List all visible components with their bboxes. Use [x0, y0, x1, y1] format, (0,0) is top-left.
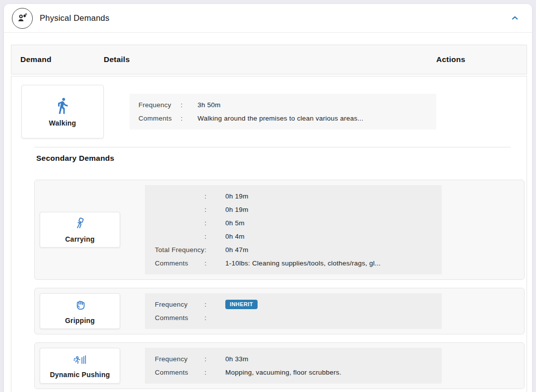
secondary-demands-heading: Secondary Demands — [36, 154, 514, 163]
column-header-details: Details — [95, 55, 427, 64]
demand-tile-label: Dynamic Pushing — [50, 371, 110, 379]
details-box-gripping: Frequency : INHERIT Comments : — [145, 293, 442, 329]
detail-value: 0h 5m — [225, 219, 442, 227]
demand-tile-label: Walking — [49, 119, 76, 127]
carrying-icon — [73, 217, 87, 231]
colon: : — [204, 314, 225, 322]
detail-row: Total Frequency : 0h 47m — [155, 243, 442, 257]
accordion-header[interactable]: Physical Demands — [4, 4, 532, 33]
section-title: Physical Demands — [40, 13, 109, 23]
colon: : — [204, 301, 225, 308]
detail-label: Comments — [155, 369, 204, 376]
demand-tile-walking[interactable]: Walking — [21, 85, 104, 138]
detail-value: Mopping, vacuuming, floor scrubbers. — [225, 369, 442, 376]
details-box-dynamic-pushing: Frequency : 0h 33m Comments : Mopping, v… — [145, 348, 442, 384]
detail-value: Walking around the premises to clean var… — [198, 115, 436, 122]
secondary-demands-list: Carrying : 0h 19m : 0h 19m — [34, 180, 525, 392]
detail-row: Comments : Walking around the premises t… — [138, 112, 436, 125]
person-settings-icon — [12, 8, 33, 29]
details-box-carrying: : 0h 19m : 0h 19m : 0h 5m — [145, 185, 442, 274]
detail-value: 0h 33m — [225, 355, 442, 363]
detail-value: INHERIT — [225, 300, 442, 309]
detail-value: 1-10lbs: Cleaning supplies/tools, clothe… — [225, 260, 442, 267]
demand-row-walking: Walking Frequency : 3h 50m Comments : Wa… — [21, 85, 514, 138]
detail-row: : 0h 19m — [155, 203, 442, 216]
detail-row: Frequency : 3h 50m — [138, 98, 436, 112]
detail-value: 0h 47m — [225, 246, 442, 254]
colon: : — [181, 115, 198, 122]
detail-row: Comments : 1-10lbs: Cleaning supplies/to… — [155, 257, 442, 270]
detail-label: Comments — [155, 314, 204, 322]
detail-label: Comments — [138, 115, 181, 122]
detail-label: Comments — [155, 260, 204, 267]
detail-value: 3h 50m — [198, 101, 436, 109]
demand-tile-label: Gripping — [65, 317, 95, 325]
detail-row: : 0h 4m — [155, 230, 442, 243]
detail-row: Frequency : INHERIT — [155, 298, 442, 311]
secondary-demand-gripping: Gripping Frequency : INHERIT Comments : — [34, 288, 525, 334]
dynamic-pushing-icon — [72, 353, 87, 366]
column-header-actions: Actions — [427, 55, 527, 64]
detail-value: 0h 19m — [225, 206, 442, 213]
demand-tile-label: Carrying — [65, 235, 95, 243]
row-divider — [34, 147, 511, 147]
detail-row: Frequency : 0h 33m — [155, 352, 442, 366]
inherit-badge: INHERIT — [225, 300, 258, 309]
chevron-up-icon[interactable] — [511, 14, 519, 22]
secondary-demand-dynamic-pushing: Dynamic Pushing Frequency : 0h 33m Comme… — [34, 342, 525, 389]
table-body: Walking Frequency : 3h 50m Comments : Wa… — [11, 76, 527, 392]
demand-tile-dynamic-pushing[interactable]: Dynamic Pushing — [40, 348, 120, 384]
detail-value: 0h 4m — [225, 233, 442, 240]
colon: : — [204, 219, 225, 227]
colon: : — [181, 101, 198, 109]
detail-row: : 0h 19m — [155, 190, 442, 203]
detail-label: Total Frequency — [155, 246, 204, 254]
detail-value: 0h 19m — [225, 193, 442, 200]
column-header-demand: Demand — [11, 55, 95, 64]
colon: : — [204, 355, 225, 363]
detail-row: Comments : — [155, 311, 442, 325]
colon: : — [204, 246, 225, 254]
detail-label: Frequency — [155, 355, 204, 363]
detail-label: Frequency — [155, 301, 204, 308]
colon: : — [204, 193, 225, 200]
colon: : — [204, 206, 225, 213]
colon: : — [204, 260, 225, 267]
walking-icon — [54, 97, 71, 115]
demand-tile-gripping[interactable]: Gripping — [40, 293, 120, 329]
table-header: Demand Details Actions — [11, 45, 527, 74]
colon: : — [204, 233, 225, 240]
section-content: Demand Details Actions Walking Fre — [4, 33, 532, 392]
detail-row: Comments : Mopping, vacuuming, floor scr… — [155, 366, 442, 379]
demand-tile-carrying[interactable]: Carrying — [40, 212, 120, 248]
detail-label: Frequency — [138, 101, 181, 109]
physical-demands-panel: Physical Demands Demand Details Actions — [4, 4, 532, 392]
colon: : — [204, 369, 225, 376]
detail-row: : 0h 5m — [155, 216, 442, 230]
details-box-walking: Frequency : 3h 50m Comments : Walking ar… — [130, 94, 436, 130]
gripping-icon — [73, 298, 87, 312]
secondary-demand-carrying: Carrying : 0h 19m : 0h 19m — [34, 180, 525, 280]
